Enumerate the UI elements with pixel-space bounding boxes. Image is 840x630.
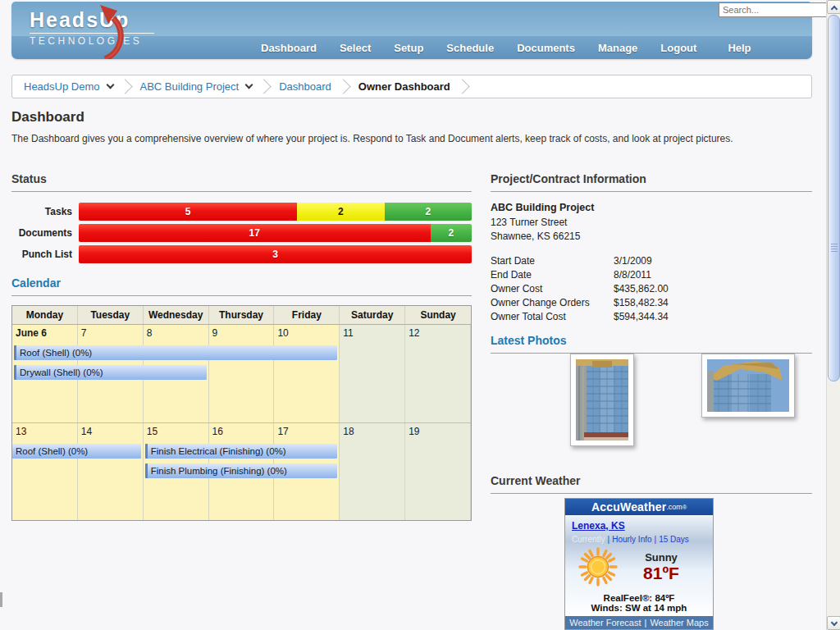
nav-documents[interactable]: Documents [505, 42, 587, 54]
field-value: $594,344.34 [614, 310, 669, 324]
day-number: 19 [405, 423, 470, 437]
weather-current-conditions: Sunny 81ºF [565, 546, 713, 587]
day-number: 13 [12, 423, 77, 437]
scrollbar-thumb[interactable] [828, 15, 840, 381]
event-roof-shell[interactable]: Roof (Shell) (0%) [14, 345, 337, 360]
project-photo-1[interactable] [570, 354, 634, 446]
breadcrumb-separator-icon [256, 79, 271, 94]
scroll-down-button[interactable] [827, 616, 840, 630]
tasks-green-segment[interactable]: 2 [385, 203, 472, 221]
documents-green-segment[interactable]: 2 [431, 224, 472, 242]
accuweather-brand-bar[interactable]: AccuWeather.com® [565, 499, 713, 515]
weather-condition: Sunny [618, 551, 705, 564]
current-weather-heading: Current Weather [491, 474, 812, 494]
day-cell: 14 [78, 423, 144, 520]
project-address-street: 123 Turner Street [491, 216, 812, 230]
breadcrumb-label: ABC Building Project [140, 80, 240, 93]
field-end-date: End Date 8/8/2011 [491, 268, 812, 282]
calendar-day-headers: Monday Tuesday Wednesday Thursday Friday… [12, 306, 471, 325]
page-title: Dashboard [11, 109, 84, 126]
day-number: 16 [209, 423, 274, 437]
day-header-sunday: Sunday [405, 306, 471, 324]
left-edge-mark [0, 592, 2, 607]
status-row-label: Documents [11, 227, 79, 239]
day-cell: 10 [274, 325, 340, 422]
construction-photo-landscape [707, 359, 789, 412]
accuweather-widget: AccuWeather.com® Lenexa, KS Currently|Ho… [564, 498, 714, 630]
nav-logout[interactable]: Logout [649, 42, 708, 54]
tab-currently: Currently [572, 535, 605, 544]
punch-list-red-segment[interactable]: 3 [79, 245, 472, 263]
field-value: 3/1/2009 [614, 254, 652, 268]
search-input[interactable] [719, 2, 832, 17]
tasks-bar: 5 2 2 [79, 203, 472, 221]
project-name: ABC Building Project [491, 202, 812, 213]
breadcrumb-separator-icon [454, 79, 469, 94]
status-chart: Tasks 5 2 2 Documents 17 2 Punch List 3 [11, 203, 472, 263]
project-info-section: Project/Contract Information ABC Buildin… [491, 172, 812, 324]
status-row-tasks: Tasks 5 2 2 [11, 203, 472, 221]
weather-maps-link[interactable]: Weather Maps [650, 618, 708, 628]
event-finish-plumbing[interactable]: Finish Plumbing (Finishing) (0%) [145, 463, 338, 478]
event-finish-electrical[interactable]: Finish Electrical (Finishing) (0%) [145, 444, 338, 459]
project-photo-2[interactable] [701, 354, 795, 418]
nav-dashboard[interactable]: Dashboard [249, 42, 328, 54]
page-description: The Dashboard gives you a comprehensive … [11, 133, 750, 144]
tasks-red-segment[interactable]: 5 [79, 203, 297, 221]
calendar-week-2: 13 14 15 16 17 18 19 Roof (Shell) (0%) F… [12, 422, 471, 520]
nav-manage[interactable]: Manage [587, 42, 649, 54]
nav-schedule[interactable]: Schedule [435, 42, 505, 54]
weather-forecast-link[interactable]: Weather Forecast [569, 618, 641, 628]
tab-hourly-info[interactable]: Hourly Info [612, 535, 651, 544]
nav-select[interactable]: Select [328, 42, 382, 54]
field-label: End Date [491, 268, 614, 282]
calendar-section: Calendar Monday Tuesday Wednesday Thursd… [11, 276, 472, 521]
construction-photo-portrait [576, 359, 628, 441]
logo-arrow-icon [80, 2, 133, 59]
tab-15-days[interactable]: 15 Days [659, 535, 689, 544]
field-owner-change-orders: Owner Change Orders $158,482.34 [491, 296, 812, 310]
chevron-down-icon[interactable] [245, 81, 253, 89]
field-owner-cost: Owner Cost $435,862.00 [491, 282, 812, 296]
day-header-tuesday: Tuesday [78, 306, 144, 324]
event-roof-shell[interactable]: Roof (Shell) (0%) [12, 444, 141, 459]
event-drywall-shell[interactable]: Drywall (Shell) (0%) [14, 365, 207, 380]
weather-location-link[interactable]: Lenexa, KS [572, 520, 625, 532]
documents-bar: 17 2 [79, 224, 472, 242]
breadcrumb-item-headsup-demo[interactable]: HeadsUp Demo [24, 80, 113, 93]
day-cell: 13 [12, 423, 78, 520]
day-cell: 18 [340, 423, 405, 520]
documents-red-segment[interactable]: 17 [79, 224, 431, 242]
breadcrumb-item-abc-building-project[interactable]: ABC Building Project [140, 80, 253, 93]
day-cell: 11 [340, 325, 405, 422]
day-number: 8 [144, 325, 208, 339]
nav-help[interactable]: Help [716, 42, 762, 54]
day-number: 10 [274, 325, 339, 339]
accuweather-com: .com [666, 503, 682, 511]
day-number: 9 [209, 325, 274, 339]
breadcrumb-item-dashboard[interactable]: Dashboard [279, 80, 331, 93]
scrollbar-grip [831, 244, 838, 253]
current-weather-section: Current Weather AccuWeather.com® Lenexa,… [491, 474, 812, 494]
calendar-week-1: June 6 7 8 9 10 11 12 Roof (Shell) (0%) … [12, 325, 471, 422]
breadcrumb-label: HeadsUp Demo [24, 80, 100, 93]
scroll-up-button[interactable] [827, 0, 840, 14]
day-number: 11 [340, 325, 404, 339]
status-row-punch-list: Punch List 3 [11, 245, 472, 263]
accuweather-logo: AccuWeather [591, 500, 666, 514]
status-section: Status Tasks 5 2 2 Documents 17 2 Punch … [11, 172, 472, 267]
day-number: 14 [78, 423, 143, 437]
day-cell: 19 [405, 423, 471, 520]
day-header-wednesday: Wednesday [144, 306, 209, 324]
breadcrumb-separator-icon [336, 79, 350, 94]
tab-separator: | [608, 535, 610, 544]
status-row-documents: Documents 17 2 [11, 224, 472, 242]
day-cell: 9 [209, 325, 275, 422]
vertical-scrollbar[interactable] [826, 0, 840, 630]
field-value: $158,482.34 [614, 296, 669, 310]
day-number: June 6 [12, 325, 77, 339]
chevron-down-icon[interactable] [106, 81, 114, 89]
tasks-yellow-segment[interactable]: 2 [297, 203, 384, 221]
nav-setup[interactable]: Setup [382, 42, 435, 54]
footer-separator: | [645, 618, 647, 628]
